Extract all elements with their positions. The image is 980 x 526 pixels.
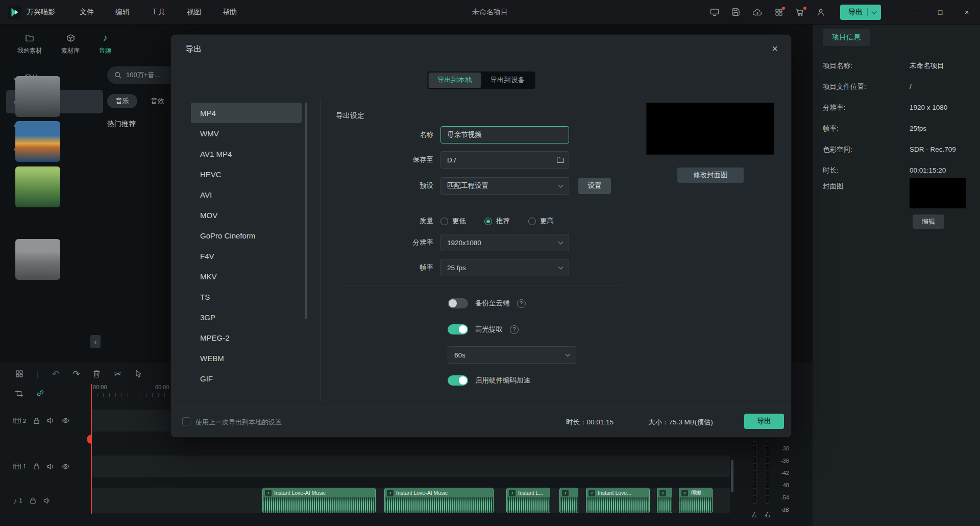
tab-export-device[interactable]: 导出到设备 (481, 73, 534, 88)
name-input[interactable] (447, 131, 562, 139)
quality-option-0[interactable]: 更低 (440, 217, 466, 226)
highlight-extract-toggle[interactable] (448, 324, 468, 334)
format-option-1[interactable]: WMV (191, 123, 302, 144)
video-track-1-lane[interactable] (91, 456, 730, 477)
help-icon[interactable]: ? (517, 299, 526, 308)
format-list-scrollbar[interactable] (305, 103, 307, 319)
media-thumbnail-mountain[interactable] (15, 166, 60, 207)
account-icon[interactable] (817, 8, 825, 16)
undo-icon[interactable]: ↶ (52, 369, 59, 379)
format-option-6[interactable]: GoPro Cineform (191, 225, 302, 246)
framerate-row: 帧率 25 fps (337, 259, 569, 276)
quality-option-1[interactable]: 推荐 (484, 217, 510, 226)
delete-icon[interactable] (93, 370, 101, 378)
resolution-select[interactable]: 1920x1080 (440, 234, 569, 251)
project-rows: 项目名称:未命名项目项目文件位置:/分辨率:1920 x 1080帧率:25fp… (813, 55, 980, 181)
menu-item-4[interactable]: 帮助 (223, 8, 237, 17)
divider: | (37, 370, 39, 378)
format-option-5[interactable]: MOV (191, 205, 302, 225)
menu-item-0[interactable]: 文件 (80, 8, 94, 17)
lock-icon[interactable] (30, 497, 36, 504)
menu-item-3[interactable]: 视图 (187, 8, 201, 17)
format-option-8[interactable]: MKV (191, 266, 302, 286)
layout-grid-icon[interactable] (15, 370, 23, 378)
format-option-10[interactable]: 3GP (191, 307, 302, 327)
tab-export-local[interactable]: 导出到本地 (428, 73, 481, 88)
audio-clip-2[interactable]: ♪Instant L... (506, 488, 550, 513)
maximize-button[interactable]: □ (927, 0, 953, 25)
speaker-icon[interactable] (47, 463, 55, 470)
minimize-button[interactable]: — (900, 0, 927, 25)
speaker-icon[interactable] (47, 417, 55, 424)
speaker-icon[interactable] (43, 497, 51, 504)
media-thumbnail-sky[interactable] (15, 76, 60, 117)
cart-icon[interactable] (795, 8, 804, 16)
redo-icon[interactable]: ↷ (72, 369, 80, 379)
tab-my-media[interactable]: 我的素材 (17, 33, 42, 55)
audio-clip-1[interactable]: ♪Instant Love-AI Music (384, 488, 494, 513)
collapse-panel-button[interactable]: ‹ (90, 335, 101, 348)
library-top-tabs: 我的素材 素材库 ♪ 音频 (0, 25, 163, 63)
export-confirm-button[interactable]: 导出 (744, 414, 784, 429)
close-button[interactable]: × (953, 0, 980, 25)
format-option-11[interactable]: MPEG-2 (191, 327, 302, 348)
change-cover-button[interactable]: 修改封面图 (677, 168, 744, 183)
format-option-4[interactable]: AVI (191, 184, 302, 205)
name-field[interactable] (440, 126, 569, 144)
menu-item-2[interactable]: 工具 (151, 8, 165, 17)
format-option-3[interactable]: HEVC (191, 164, 302, 184)
meter-bar-left (753, 441, 756, 504)
save-path-input[interactable] (447, 156, 562, 164)
export-button-topbar[interactable]: 导出 (840, 5, 881, 20)
quality-option-2[interactable]: 更高 (528, 217, 554, 226)
audio-clip-0[interactable]: ♪Instant Love-AI Music (262, 488, 376, 513)
cover-thumbnail[interactable] (910, 178, 966, 208)
eye-icon[interactable] (62, 464, 69, 469)
crop-icon[interactable] (15, 390, 23, 397)
split-scissors-icon[interactable]: ✂ (114, 369, 121, 379)
lock-icon[interactable] (33, 417, 40, 424)
format-option-2[interactable]: AV1 MP4 (191, 144, 302, 164)
timeline-scrollbar[interactable] (731, 460, 733, 492)
playhead[interactable] (91, 384, 92, 514)
media-thumbnail-road[interactable] (15, 239, 60, 280)
save-icon[interactable] (731, 8, 740, 16)
highlight-duration-select[interactable]: 60s (448, 346, 576, 364)
media-tab-music[interactable]: 音乐 (107, 94, 137, 108)
audio-clip-6[interactable]: ♪傅撇... (679, 488, 713, 513)
hardware-accel-toggle[interactable] (448, 375, 468, 386)
tab-project-info[interactable]: 项目信息 (823, 29, 870, 46)
format-option-9[interactable]: TS (191, 286, 302, 307)
tab-stock-library[interactable]: 素材库 (61, 33, 80, 55)
cloud-upload-icon[interactable] (752, 8, 763, 16)
playhead-handle[interactable] (87, 435, 91, 444)
apps-grid-icon[interactable] (775, 8, 783, 16)
cloud-backup-toggle[interactable] (448, 298, 468, 308)
remember-settings-checkbox[interactable] (182, 417, 190, 425)
tab-label: 音频 (99, 46, 111, 55)
tab-audio[interactable]: ♪ 音频 (99, 33, 111, 55)
preset-settings-button[interactable]: 设置 (578, 178, 611, 194)
audio-clip-5[interactable]: ♪ (657, 488, 672, 513)
media-thumbnail-sea[interactable] (15, 121, 60, 162)
folder-icon[interactable] (556, 156, 565, 163)
format-option-12[interactable]: WEBM (191, 348, 302, 368)
lock-icon[interactable] (33, 463, 40, 470)
format-option-0[interactable]: MP4 (191, 103, 302, 123)
eye-icon[interactable] (62, 418, 69, 423)
format-option-13[interactable]: GIF (191, 368, 302, 389)
link-icon[interactable] (36, 389, 44, 397)
close-icon[interactable]: × (770, 41, 780, 57)
edit-cover-button[interactable]: 编辑 (913, 214, 944, 229)
menu-item-1[interactable]: 编辑 (115, 8, 130, 17)
audio-clip-4[interactable]: ♪Instant Love... (586, 488, 650, 513)
select-cursor-icon[interactable] (135, 370, 142, 378)
format-option-7[interactable]: F4V (191, 246, 302, 266)
display-icon[interactable] (710, 8, 719, 16)
preset-select[interactable]: 匹配工程设置 (440, 177, 569, 195)
media-tab-sfx[interactable]: 音效 (142, 94, 173, 108)
audio-clip-3[interactable]: ♪ (559, 488, 578, 513)
save-path-field[interactable] (440, 151, 569, 169)
help-icon[interactable]: ? (510, 325, 519, 334)
framerate-select[interactable]: 25 fps (440, 259, 569, 276)
